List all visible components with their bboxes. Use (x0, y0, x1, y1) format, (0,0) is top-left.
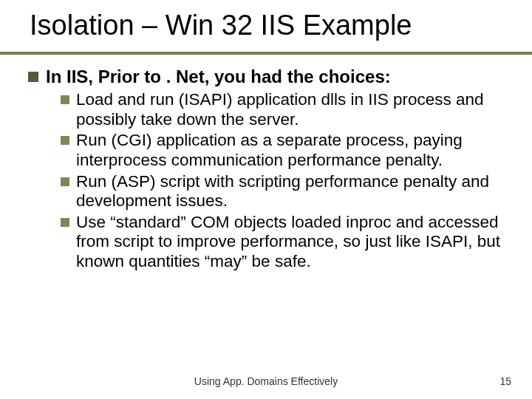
sub-point-text: Run (CGI) application as a separate proc… (76, 131, 510, 170)
sub-point-text: Load and run (ISAPI) application dlls in… (76, 90, 510, 129)
slide-title: Isolation – Win 32 IIS Example (30, 10, 502, 41)
square-bullet-icon (28, 72, 38, 82)
bullet-level1: In IIS, Prior to . Net, you had the choi… (28, 66, 510, 87)
sub-point-text: Run (ASP) script with scripting performa… (76, 172, 510, 211)
bullet-level2: Run (ASP) script with scripting performa… (61, 172, 510, 211)
slide-body: In IIS, Prior to . Net, you had the choi… (28, 66, 510, 273)
bullet-level2: Load and run (ISAPI) application dlls in… (61, 90, 510, 129)
level2-list: Load and run (ISAPI) application dlls in… (61, 90, 510, 271)
bullet-level2: Use “standard” COM objects loaded inproc… (61, 213, 510, 272)
square-bullet-icon (61, 136, 69, 145)
footer-text: Using App. Domains Effectively (0, 375, 532, 387)
page-number: 15 (499, 375, 511, 387)
main-point-text: In IIS, Prior to . Net, you had the choi… (46, 66, 510, 87)
square-bullet-icon (61, 95, 69, 104)
slide: Isolation – Win 32 IIS Example In IIS, P… (0, 0, 532, 399)
square-bullet-icon (61, 177, 69, 186)
sub-point-text: Use “standard” COM objects loaded inproc… (76, 213, 510, 272)
title-underline (0, 52, 532, 58)
square-bullet-icon (61, 218, 69, 227)
bullet-level2: Run (CGI) application as a separate proc… (61, 131, 510, 170)
